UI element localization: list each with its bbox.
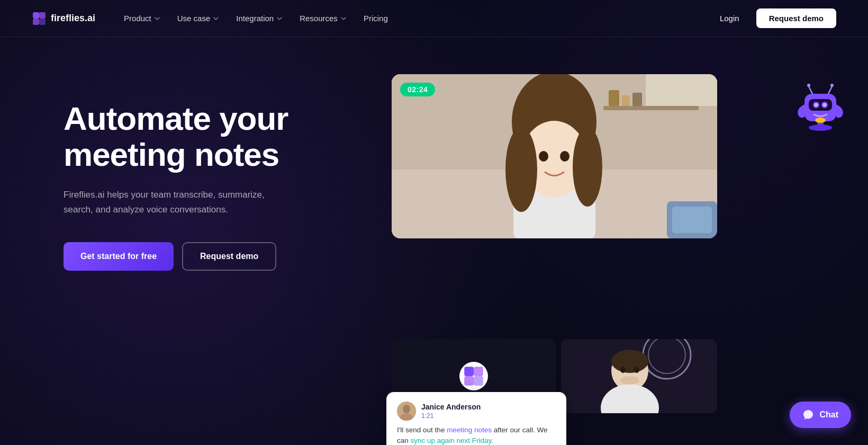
request-demo-nav-button[interactable]: Request demo (756, 8, 836, 28)
svg-rect-37 (464, 367, 474, 376)
svg-rect-23 (646, 74, 717, 106)
chevron-down-icon (276, 15, 283, 22)
svg-rect-9 (809, 99, 832, 111)
video-main: 02:24 (392, 74, 717, 238)
logo-link[interactable]: fireflies.ai (32, 11, 95, 26)
hero-buttons: Get started for free Request demo (64, 242, 349, 271)
chat-info: Janice Anderson 1:21 (421, 403, 481, 420)
navbar: fireflies.ai Product Use case Integratio… (0, 0, 868, 37)
nav-right: Login Request demo (711, 8, 836, 28)
svg-rect-0 (33, 12, 39, 19)
svg-rect-3 (39, 19, 46, 25)
chat-widget-label: Chat (819, 410, 838, 420)
svg-point-49 (620, 376, 639, 385)
svg-line-4 (809, 86, 812, 94)
nav-use-case[interactable]: Use case (170, 10, 227, 27)
nav-integration[interactable]: Integration (229, 10, 290, 27)
video-container: 02:24 Janice Anderson 1:21 (392, 74, 717, 413)
chat-name: Janice Anderson (421, 403, 481, 411)
chevron-down-icon (340, 15, 347, 22)
svg-rect-19 (603, 106, 699, 110)
timer-badge: 02:24 (400, 83, 435, 96)
nav-pricing[interactable]: Pricing (356, 10, 395, 27)
svg-point-47 (620, 367, 626, 373)
hero-left: Automate your meeting notes Fireflies.ai… (64, 79, 349, 271)
svg-rect-22 (632, 93, 642, 106)
svg-point-12 (815, 103, 818, 107)
svg-point-33 (573, 127, 602, 207)
svg-rect-25 (672, 207, 712, 233)
svg-point-35 (403, 405, 410, 413)
request-demo-hero-button[interactable]: Request demo (182, 242, 276, 271)
chat-text: I'll send out the meeting notes after ou… (397, 425, 556, 446)
svg-rect-21 (622, 95, 630, 106)
svg-point-15 (809, 124, 832, 131)
svg-point-46 (611, 350, 648, 373)
svg-point-31 (560, 151, 569, 162)
chevron-down-icon (154, 15, 160, 22)
chat-bubble-header: Janice Anderson 1:21 (397, 402, 556, 421)
svg-point-13 (823, 103, 827, 107)
fireflies-logo-icon (32, 11, 47, 26)
robot-mascot (794, 82, 847, 140)
svg-point-5 (807, 84, 810, 87)
get-started-button[interactable]: Get started for free (64, 242, 174, 271)
nav-product[interactable]: Product (116, 10, 168, 27)
svg-point-32 (505, 127, 537, 212)
video-man (561, 339, 717, 413)
svg-rect-39 (464, 376, 474, 386)
chevron-down-icon (213, 15, 219, 22)
login-button[interactable]: Login (711, 10, 748, 27)
hero-right: 02:24 Janice Anderson 1:21 (392, 74, 836, 413)
nav-resources[interactable]: Resources (292, 10, 354, 27)
chat-widget[interactable]: Chat (790, 402, 851, 428)
chat-time: 1:21 (421, 412, 481, 420)
nav-links: Product Use case Integration Resources P… (116, 10, 711, 27)
hero-title: Automate your meeting notes (64, 101, 349, 173)
video-background: 02:24 (392, 74, 717, 238)
notetaker-logo-icon (459, 362, 488, 390)
chat-widget-icon (802, 409, 814, 421)
svg-rect-1 (39, 12, 46, 19)
svg-point-48 (634, 367, 639, 373)
hero-section: Automate your meeting notes Fireflies.ai… (0, 37, 868, 445)
svg-rect-2 (33, 19, 39, 25)
chat-bubble: Janice Anderson 1:21 I'll send out the m… (386, 392, 566, 446)
svg-line-6 (828, 86, 832, 94)
svg-point-30 (539, 151, 548, 162)
svg-point-7 (830, 84, 834, 87)
hero-subtitle: Fireflies.ai helps your team transcribe,… (64, 188, 296, 216)
svg-rect-40 (474, 376, 483, 386)
svg-rect-38 (474, 367, 483, 376)
logo-text: fireflies.ai (51, 13, 95, 24)
svg-rect-20 (609, 90, 619, 106)
svg-point-16 (815, 118, 826, 123)
chat-avatar (397, 402, 416, 421)
